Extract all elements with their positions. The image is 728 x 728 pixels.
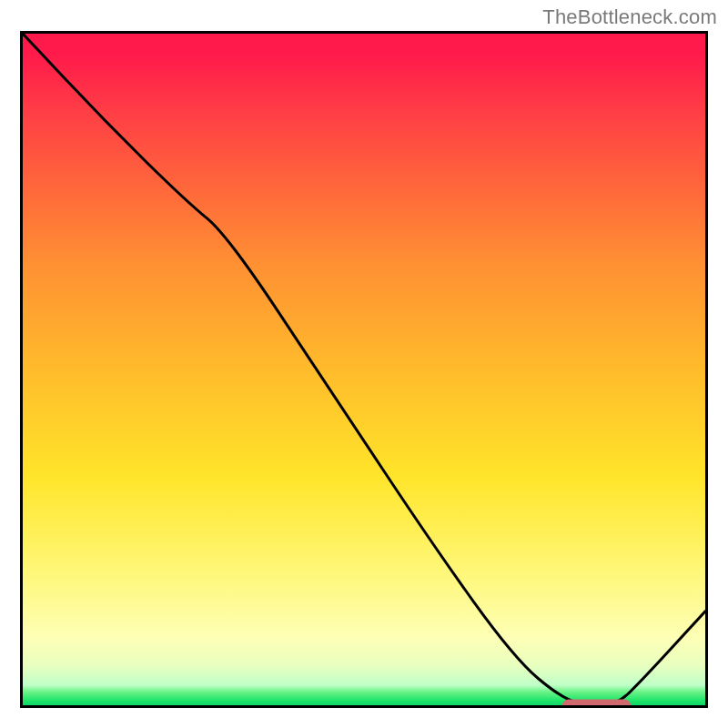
bottleneck-curve [23, 34, 705, 705]
plot-area [20, 31, 708, 708]
chart-wrapper: TheBottleneck.com [0, 0, 728, 728]
attribution-label: TheBottleneck.com [542, 5, 717, 29]
curve-svg [23, 34, 705, 705]
optimal-range-marker [562, 700, 631, 709]
